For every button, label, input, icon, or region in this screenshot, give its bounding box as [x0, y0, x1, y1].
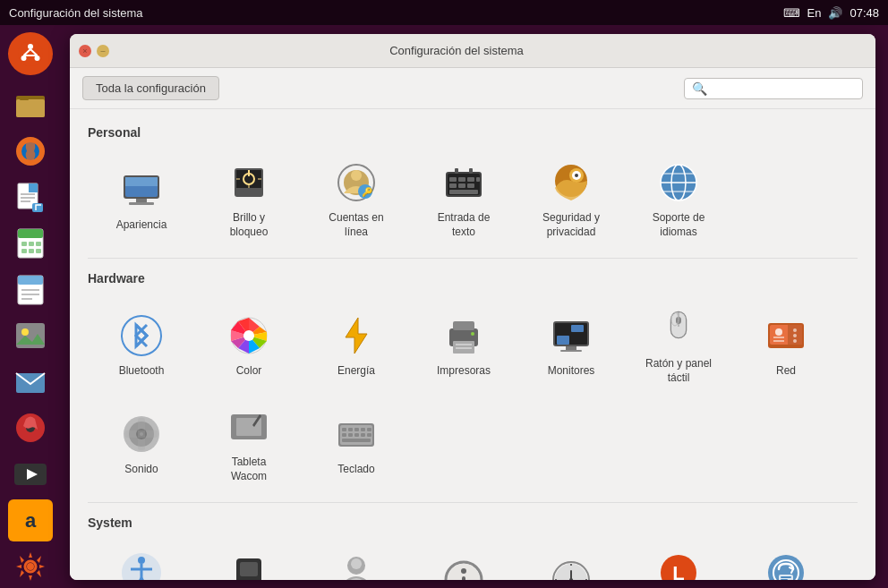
- svg-rect-122: [342, 433, 346, 437]
- svg-rect-125: [361, 433, 365, 437]
- bluetooth-label: Bluetooth: [119, 364, 165, 379]
- sidebar-item-amazon[interactable]: a: [8, 499, 53, 542]
- svg-rect-8: [16, 99, 45, 117]
- svg-point-139: [351, 558, 362, 569]
- sidebar-item-mail[interactable]: [8, 361, 53, 404]
- icon-bluetooth[interactable]: Bluetooth: [88, 296, 195, 395]
- apariencia-icon: [118, 166, 165, 213]
- sidebar-item-ubuntu[interactable]: [8, 32, 53, 75]
- icon-detalles[interactable]: Detalles: [410, 541, 517, 580]
- icon-copias-seguridad[interactable]: Copias deseguridad: [195, 541, 303, 580]
- icon-fecha-hora[interactable]: Fecha y hora: [517, 541, 625, 580]
- sidebar-item-firefox[interactable]: [8, 130, 53, 173]
- svg-rect-63: [467, 183, 474, 188]
- svg-point-1: [28, 44, 33, 49]
- sidebar-item-doc[interactable]: [8, 268, 53, 311]
- sidebar-item-files[interactable]: [8, 84, 53, 127]
- svg-rect-23: [21, 249, 27, 253]
- svg-rect-90: [557, 336, 569, 345]
- icon-servicio-landscape[interactable]: L ServicioLandscape: [625, 541, 732, 580]
- minimize-button[interactable]: –: [97, 45, 109, 57]
- icon-cuentas-linea[interactable]: 🔑 Cuentas enlínea: [303, 150, 410, 249]
- svg-rect-119: [354, 428, 359, 431]
- idiomas-icon: [655, 159, 702, 206]
- impresoras-label: Impresoras: [437, 364, 491, 379]
- hardware-icons-grid: Bluetooth: [88, 296, 858, 493]
- raton-label: Ratón y paneltáctil: [645, 357, 712, 385]
- svg-point-85: [471, 332, 474, 336]
- svg-rect-43: [136, 199, 147, 202]
- search-box[interactable]: 🔍: [684, 78, 863, 99]
- all-config-button[interactable]: Toda la configuración: [82, 76, 219, 100]
- svg-rect-20: [21, 242, 27, 246]
- icon-monitores[interactable]: Monitores: [517, 296, 625, 395]
- svg-rect-62: [458, 183, 465, 188]
- svg-point-100: [775, 328, 782, 336]
- icon-acceso-universal[interactable]: Accesouniversal: [88, 541, 195, 580]
- icon-energia[interactable]: Energía: [303, 296, 410, 395]
- sidebar-item-calc[interactable]: [8, 222, 53, 265]
- sidebar-item-writer[interactable]: [8, 176, 53, 219]
- icon-entrada-texto[interactable]: Entrada detexto: [410, 150, 517, 249]
- icon-impresoras[interactable]: Impresoras: [410, 296, 517, 395]
- svg-rect-9: [20, 96, 29, 100]
- svg-rect-19: [18, 229, 43, 238]
- svg-rect-42: [125, 177, 158, 186]
- icon-raton[interactable]: Ratón y paneltáctil: [625, 296, 732, 395]
- apariencia-label: Apariencia: [116, 218, 167, 233]
- seguridad-label: Seguridad yprivacidad: [542, 211, 600, 239]
- seguridad-icon: [548, 159, 594, 206]
- svg-point-32: [21, 328, 29, 336]
- impresoras-icon: [440, 312, 487, 359]
- icon-brillo-bloqueo[interactable]: Brillo ybloqueo: [195, 150, 303, 249]
- section-title-personal: Personal: [88, 125, 858, 140]
- sonido-icon: [118, 411, 165, 457]
- svg-rect-64: [449, 190, 478, 194]
- section-title-hardware: Hardware: [88, 271, 858, 285]
- sidebar-item-video[interactable]: [8, 453, 53, 496]
- svg-rect-91: [571, 325, 584, 332]
- svg-rect-127: [342, 439, 371, 442]
- icon-software-actualizaciones[interactable]: Software yactualizaciones: [732, 541, 840, 580]
- system-icons-grid: Accesouniversal Copias deseguridad: [88, 541, 858, 580]
- svg-rect-61: [449, 183, 457, 188]
- sidebar-item-image[interactable]: [8, 314, 53, 357]
- cuentas-usuario-icon: [333, 550, 380, 580]
- tableta-label: TabletaWacom: [231, 456, 267, 483]
- icon-seguridad-privacidad[interactable]: Seguridad yprivacidad: [517, 150, 625, 249]
- close-button[interactable]: ×: [79, 45, 91, 57]
- svg-rect-57: [449, 177, 457, 182]
- divider-hardware: [88, 502, 858, 503]
- svg-rect-117: [342, 428, 346, 431]
- red-icon: [763, 312, 809, 359]
- icon-red[interactable]: Red: [732, 296, 840, 395]
- copias-icon: [226, 550, 272, 580]
- svg-point-143: [461, 568, 466, 574]
- icon-color[interactable]: Color: [195, 296, 303, 395]
- taskbar-lang: En: [807, 6, 822, 20]
- taskbar-time: 07:48: [850, 6, 879, 20]
- software-icon: [763, 550, 809, 580]
- sonido-label: Sonido: [124, 463, 158, 477]
- svg-rect-83: [456, 344, 472, 345]
- icon-apariencia[interactable]: Apariencia: [88, 150, 195, 249]
- icon-tableta-wacom[interactable]: TabletaWacom: [195, 395, 303, 493]
- taskbar-right: ⌨ En 🔊 07:48: [783, 6, 879, 20]
- icon-sonido[interactable]: Sonido: [88, 395, 195, 493]
- bluetooth-icon: [118, 312, 165, 359]
- sidebar-item-music[interactable]: [8, 407, 53, 450]
- svg-rect-21: [29, 242, 34, 246]
- svg-rect-111: [125, 430, 158, 438]
- svg-rect-124: [354, 433, 359, 437]
- icon-cuentas-usuario[interactable]: Cuentas deusuario: [303, 541, 410, 580]
- brillo-label: Brillo ybloqueo: [230, 211, 269, 239]
- tableta-icon: [226, 404, 272, 450]
- icon-teclado[interactable]: Teclado: [303, 395, 410, 493]
- svg-rect-47: [243, 188, 251, 192]
- svg-point-104: [793, 334, 797, 337]
- icon-soporte-idiomas[interactable]: Soporte deidiomas: [625, 150, 732, 249]
- sidebar-item-settings[interactable]: [8, 545, 53, 588]
- svg-text:L: L: [672, 562, 684, 580]
- search-input[interactable]: [713, 81, 855, 95]
- svg-rect-66: [469, 168, 473, 174]
